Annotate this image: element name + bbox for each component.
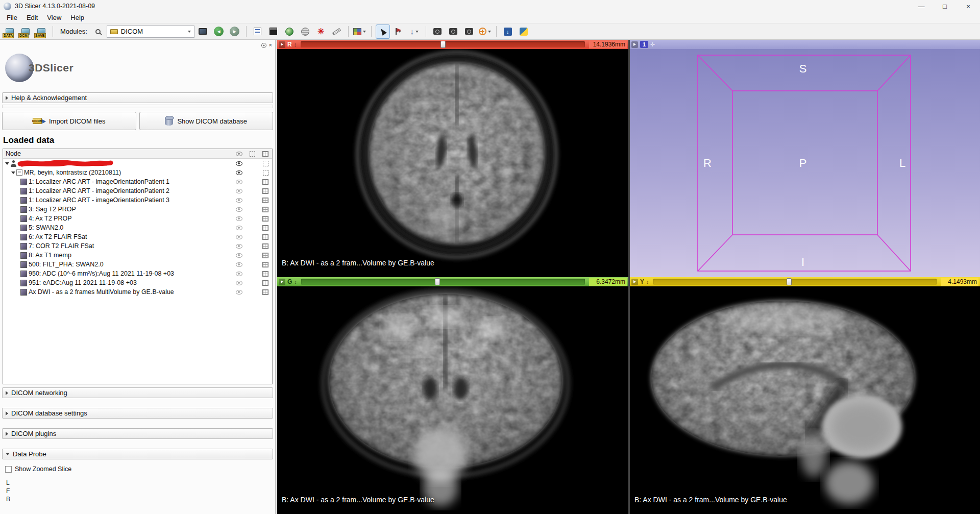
restore-view-button[interactable] (462, 25, 476, 39)
visibility-eye-icon[interactable] (236, 198, 242, 203)
place-markup-button[interactable] (391, 25, 406, 39)
eye-icon[interactable] (236, 161, 242, 166)
tree-row[interactable]: 4: Ax T2 PROP (3, 214, 272, 223)
close-button[interactable]: × (957, 0, 980, 12)
tree-row[interactable]: 6: Ax T2 FLAIR FSat (3, 232, 272, 241)
tree-row[interactable]: 951: eADC:Aug 11 2021 11-19-08 +03 (3, 278, 272, 287)
table-icon[interactable] (262, 234, 268, 240)
tree-row-study[interactable]: MR, beyin, kontrastsız (20210811) (3, 168, 272, 177)
module-search-button[interactable] (91, 25, 105, 39)
python-console-button[interactable] (517, 25, 531, 39)
visibility-eye-icon[interactable] (236, 216, 242, 221)
pin-icon[interactable] (631, 279, 638, 285)
green-slice-view[interactable]: B: Ax DWI - as a 2 fram...Volume by GE.B… (277, 286, 628, 514)
volume-rendering-button[interactable] (266, 25, 281, 39)
visibility-eye-icon[interactable] (236, 272, 242, 276)
import-dicom-button[interactable]: DICOM Import DICOM files (2, 112, 136, 130)
crosshair-button[interactable] (478, 25, 492, 39)
transform-icon[interactable] (263, 170, 268, 176)
tree-row-patient[interactable] (3, 159, 272, 168)
module-panel-button[interactable] (196, 25, 210, 39)
visibility-eye-icon[interactable] (236, 281, 242, 285)
slice-spin-icon[interactable]: ↕ (294, 42, 297, 47)
dicom-database-settings-section[interactable]: DICOM database settings (2, 408, 273, 419)
visibility-eye-icon[interactable] (236, 244, 242, 249)
visibility-eye-icon[interactable] (236, 262, 242, 267)
load-data-button[interactable]: DATA (3, 25, 17, 39)
measurements-button[interactable] (330, 25, 344, 39)
show-zoomed-slice-checkbox[interactable] (5, 466, 12, 473)
visibility-eye-icon[interactable] (236, 226, 242, 230)
table-icon[interactable] (262, 207, 268, 212)
threed-view[interactable]: S R P L I (630, 49, 980, 277)
red-slice-view[interactable]: B: Ax DWI - as a 2 fram...Volume by GE.B… (277, 49, 628, 277)
dicom-networking-section[interactable]: DICOM networking (2, 387, 273, 398)
mesh-button[interactable] (298, 25, 312, 39)
expander-icon[interactable] (4, 162, 10, 165)
table-icon[interactable] (262, 188, 268, 194)
handle-red[interactable] (440, 41, 446, 48)
module-selector[interactable]: DICOM (107, 26, 194, 38)
visibility-eye-icon[interactable] (236, 189, 242, 193)
registration-button[interactable]: ✳ (314, 25, 328, 39)
transform-icon[interactable] (263, 161, 268, 166)
maximize-button[interactable]: □ (933, 0, 957, 12)
tree-header[interactable]: Node (3, 149, 272, 159)
table-icon[interactable] (262, 262, 268, 267)
menu-help[interactable]: Help (66, 13, 89, 22)
pin-icon[interactable] (279, 41, 285, 48)
dicom-plugins-section[interactable]: DICOM plugins (2, 428, 273, 439)
load-dicom-button[interactable]: DCM (18, 25, 33, 39)
tree-row[interactable]: 500: FILT_PHA: SWAN2.0 (3, 260, 272, 269)
table-icon[interactable] (262, 253, 268, 258)
menu-view[interactable]: View (42, 13, 66, 22)
visibility-eye-icon[interactable] (236, 207, 242, 212)
slice-spin-icon[interactable]: ↕ (646, 279, 649, 285)
green-slice-slider[interactable] (301, 279, 585, 285)
yellow-slice-view[interactable]: B: Ax DWI - as a 2 fram...Volume by GE.B… (630, 286, 980, 514)
tree-row[interactable]: 1: Localizer ARC ART - imageOrientationP… (3, 186, 272, 195)
history-forward-button[interactable]: ► (228, 25, 242, 39)
red-slice-slider[interactable] (301, 41, 585, 47)
help-acknowledgement-section[interactable]: Help & Acknowledgement (2, 92, 273, 103)
table-icon[interactable] (262, 225, 268, 231)
mouse-mode-button[interactable] (376, 25, 390, 39)
visibility-eye-icon[interactable] (236, 180, 242, 184)
data-probe-section[interactable]: Data Probe (2, 449, 273, 459)
render-button[interactable] (282, 25, 297, 39)
tree-row[interactable]: 1: Localizer ARC ART - imageOrientationP… (3, 195, 272, 205)
tree-row[interactable]: 1: Localizer ARC ART - imageOrientationP… (3, 177, 272, 186)
handle-yellow[interactable] (787, 278, 792, 285)
save-button[interactable]: SAVE (34, 25, 48, 39)
table-icon[interactable] (262, 243, 268, 249)
minimize-button[interactable]: — (910, 0, 933, 12)
visibility-eye-icon[interactable] (236, 290, 242, 295)
layout-selector-button[interactable] (353, 25, 367, 39)
tree-row[interactable]: 3: Sag T2 PROP (3, 205, 272, 214)
table-icon[interactable] (262, 289, 268, 295)
eye-icon[interactable] (236, 170, 242, 175)
extensions-manager-button[interactable]: ↓ (501, 25, 515, 39)
panel-close-button[interactable]: × (269, 42, 272, 48)
visibility-eye-icon[interactable] (236, 253, 242, 258)
table-icon[interactable] (262, 216, 268, 222)
menu-edit[interactable]: Edit (22, 13, 42, 22)
tree-row[interactable]: 8: Ax T1 memp (3, 251, 272, 260)
arrow-tool-button[interactable]: ↓ (407, 25, 422, 39)
tree-row[interactable]: 950: ADC (10^-6 mm²/s):Aug 11 2021 11-19… (3, 269, 272, 278)
table-icon[interactable] (262, 280, 268, 286)
table-icon[interactable] (262, 179, 268, 185)
show-dicom-database-button[interactable]: Show DICOM database (139, 112, 274, 130)
yellow-slice-slider[interactable] (653, 279, 937, 285)
slice-spin-icon[interactable]: ↕ (294, 279, 297, 285)
scene-view-button[interactable] (446, 25, 460, 39)
panel-undock-button[interactable] (261, 43, 266, 48)
tree-row[interactable]: 7: COR T2 FLAIR FSat (3, 241, 272, 251)
visibility-eye-icon[interactable] (236, 235, 242, 239)
pin-icon[interactable] (631, 41, 638, 48)
tree-row[interactable]: 5: SWAN2.0 (3, 223, 272, 232)
menu-file[interactable]: File (2, 13, 22, 22)
history-back-button[interactable]: ◄ (212, 25, 226, 39)
expander-icon[interactable] (10, 172, 16, 174)
pin-icon[interactable] (279, 279, 285, 285)
